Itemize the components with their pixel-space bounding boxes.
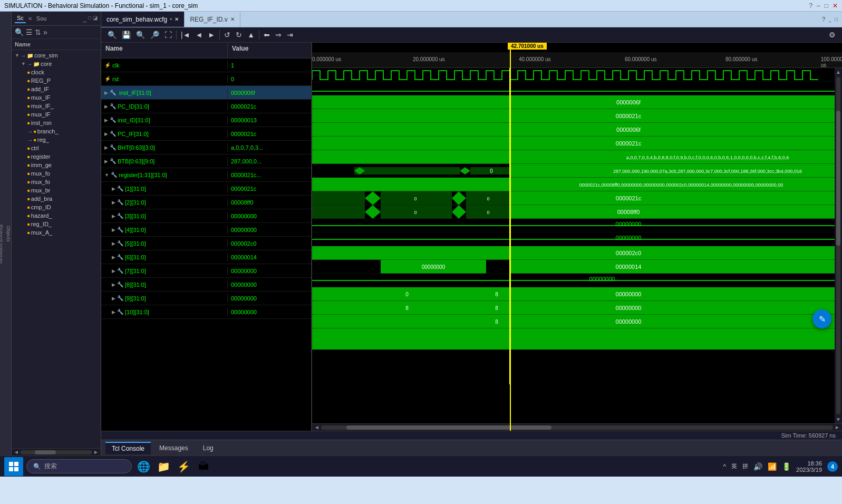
tree-item-cmp-id[interactable]: ■ cmp_ID	[12, 203, 101, 211]
nv-row-register[interactable]: ▼ 🔧 register[1:31][31:0] 0000021c...	[101, 168, 311, 182]
reg2-expand[interactable]: ▶	[112, 200, 115, 205]
tree-item-reg[interactable]: → ■ reg_	[12, 135, 101, 144]
tree-item-mux-if2[interactable]: ■ mux_IF_	[12, 102, 101, 110]
tree-item-register[interactable]: ■ register	[12, 152, 101, 161]
nv-row-reg2[interactable]: ▶ 🔧 [2][31:0] 00008ff0	[101, 196, 311, 209]
reg5-expand[interactable]: ▶	[112, 241, 115, 246]
inst-id-expand[interactable]: ▶	[104, 118, 108, 123]
tree-item-clock[interactable]: ■ clock	[12, 68, 101, 76]
tree-item-mux-fo1[interactable]: ■ mux_fo	[12, 169, 101, 178]
nv-row-reg8[interactable]: ▶ 🔧 [8][31:0] 00000000	[101, 278, 311, 292]
scroll-down-btn[interactable]: ▼	[835, 415, 842, 423]
tree-item-core-sim[interactable]: ▼ → 📁 core_sim	[12, 51, 101, 60]
nv-row-inst-id[interactable]: ▶ 🔧 inst_ID[31:0] 00000013	[101, 113, 311, 127]
pc-id-expand[interactable]: ▶	[104, 104, 108, 109]
tree-item-branch[interactable]: → ■ branch_	[12, 127, 101, 135]
tab-wcfg[interactable]: core_sim_behav.wcfg • ✕	[101, 12, 185, 27]
scroll-up-btn[interactable]: ▲	[835, 68, 842, 76]
nv-row-pc-if[interactable]: ▶ 🔧 PC_IF[31:0] 0000021c	[101, 127, 311, 141]
scroll-right-btn[interactable]: ►	[93, 449, 99, 455]
reg7-expand[interactable]: ▶	[112, 268, 115, 274]
tree-item-inst-ron[interactable]: ■ inst_ron	[12, 119, 101, 127]
tab-reg[interactable]: REG_IF_ID.v ✕	[185, 12, 240, 27]
tab-tcl-console[interactable]: Tcl Console	[105, 442, 151, 454]
tab-wcfg-close[interactable]: ✕	[175, 16, 179, 22]
nv-row-reg6[interactable]: ▶ 🔧 [6][31:0] 00000014	[101, 250, 311, 264]
register-expand[interactable]: ▼	[104, 172, 109, 178]
reg3-expand[interactable]: ▶	[112, 214, 115, 219]
tree-item-mux-a[interactable]: ■ mux_A_	[12, 228, 101, 237]
bht-expand[interactable]: ▶	[104, 145, 108, 150]
tree-item-reg-id[interactable]: ■ reg_ID_	[12, 220, 101, 228]
wf-zoom-out-btn[interactable]: 🔎	[148, 30, 161, 40]
nv-row-inst-if[interactable]: ▶ 🔧 inst_IF[31:0] 0000006f	[101, 86, 311, 100]
reg4-expand[interactable]: ▶	[112, 227, 115, 232]
taskbar-lang-eng[interactable]: 英	[731, 462, 737, 470]
sidebar-tab-sc[interactable]: Sc	[15, 14, 26, 23]
sidebar-tab-close-sc[interactable]: ✕	[28, 16, 32, 22]
scroll-left-btn[interactable]: ◄	[14, 449, 19, 455]
wf-settings-btn[interactable]: ⚙	[827, 30, 838, 40]
sidebar-max-icon[interactable]: ◪	[93, 15, 98, 22]
h-scroll-right-btn[interactable]: ►	[835, 424, 840, 430]
h-scroll-left-btn[interactable]: ◄	[314, 424, 320, 430]
taskbar-app-folder[interactable]: 📁	[155, 458, 172, 475]
tree-item-imm-ge[interactable]: ■ imm_ge	[12, 161, 101, 169]
timeline[interactable]: 0.000000 us 20.000000 us 40.000000 us 60…	[312, 52, 842, 68]
taskbar-caret-icon[interactable]: ^	[723, 463, 726, 470]
taskbar-app-app1[interactable]: ⚡	[175, 458, 192, 475]
wf-prev-btn[interactable]: ◄	[193, 30, 205, 40]
v-scrollbar[interactable]: ▲ ▼	[835, 68, 842, 423]
tab-reg-close[interactable]: ✕	[230, 16, 235, 22]
tree-item-mux-if1[interactable]: ■ mux_IF	[12, 93, 101, 102]
blue-action-btn[interactable]: ✎	[812, 309, 831, 328]
tree-item-add-if[interactable]: ■ add_IF	[12, 85, 101, 93]
nv-row-pc-id[interactable]: ▶ 🔧 PC_ID[31:0] 0000021c	[101, 100, 311, 113]
wf-next-btn[interactable]: ►	[206, 30, 217, 40]
sidebar-sort-btn[interactable]: ⇅	[35, 28, 41, 36]
taskbar-app-app2[interactable]: 🏔	[195, 458, 212, 475]
tab-messages[interactable]: Messages	[153, 442, 195, 454]
tree-item-ctrl[interactable]: ■ ctrl	[12, 144, 101, 152]
reg9-expand[interactable]: ▶	[112, 296, 115, 301]
nv-row-reg5[interactable]: ▶ 🔧 [5][31:0] 000002c0	[101, 237, 311, 250]
wf-up-btn[interactable]: ▲	[245, 30, 257, 40]
tree-item-hazard[interactable]: ■ hazard_	[12, 211, 101, 220]
sidebar-tab-sou[interactable]: Sou	[34, 14, 49, 23]
nv-row-btb[interactable]: ▶ 🔧 BTB[0:63][9:0] 287,000,0...	[101, 154, 311, 168]
wf-end-btn[interactable]: ↻	[234, 30, 244, 40]
sidebar-search-btn[interactable]: 🔍	[15, 28, 24, 36]
nv-row-reg3[interactable]: ▶ 🔧 [3][31:0] 00000000	[101, 209, 311, 223]
tab-log[interactable]: Log	[197, 442, 220, 454]
nv-row-reg7[interactable]: ▶ 🔧 [7][31:0] 00000000	[101, 264, 311, 278]
wf-save-btn[interactable]: 💾	[120, 30, 133, 40]
inst-if-expand[interactable]: ▶	[104, 90, 108, 95]
wf-prev-edge-btn[interactable]: ⬅	[262, 30, 272, 40]
tree-item-core[interactable]: ▼ → 📁 core	[12, 60, 101, 68]
tree-item-mux-br[interactable]: ■ mux_br	[12, 186, 101, 195]
help-icon[interactable]: ?	[809, 2, 812, 9]
minimize-icon[interactable]: –	[817, 2, 820, 9]
tab-help-icon[interactable]: ?	[822, 16, 826, 23]
nv-row-reg10[interactable]: ▶ 🔧 [10][31:0] 00000000	[101, 305, 311, 319]
tree-item-mux-fo2[interactable]: ■ mux_fo	[12, 178, 101, 186]
pc-if-expand[interactable]: ▶	[104, 131, 108, 137]
sidebar-min-icon[interactable]: _	[83, 15, 86, 22]
nv-row-clk[interactable]: ⚡ clk 1	[101, 59, 311, 72]
sidebar-filter-btn[interactable]: ☰	[26, 28, 33, 36]
h-scrollbar[interactable]: ◄ ►	[312, 423, 842, 431]
taskbar-time-display[interactable]: 18:36 2023/3/19	[796, 460, 822, 473]
tree-item-mux-if3[interactable]: ■ mux_IF	[12, 110, 101, 119]
wf-cycle-btn[interactable]: ↺	[222, 30, 233, 40]
tree-item-add-bra[interactable]: ■ add_bra	[12, 195, 101, 203]
start-button[interactable]	[4, 457, 23, 476]
close-icon[interactable]: ✕	[833, 2, 838, 9]
sidebar-restore-icon[interactable]: □	[88, 15, 91, 22]
tab-min-icon[interactable]: _	[828, 16, 831, 22]
sidebar-more-btn[interactable]: »	[43, 28, 47, 36]
wf-start-btn[interactable]: |◄	[179, 30, 192, 40]
taskbar-lang-pin[interactable]: 拼	[742, 462, 748, 470]
tree-item-reg-p[interactable]: ■ REG_P	[12, 76, 101, 85]
nv-row-reg9[interactable]: ▶ 🔧 [9][31:0] 00000000	[101, 292, 311, 305]
taskbar-battery-icon[interactable]: 🔋	[782, 462, 791, 471]
